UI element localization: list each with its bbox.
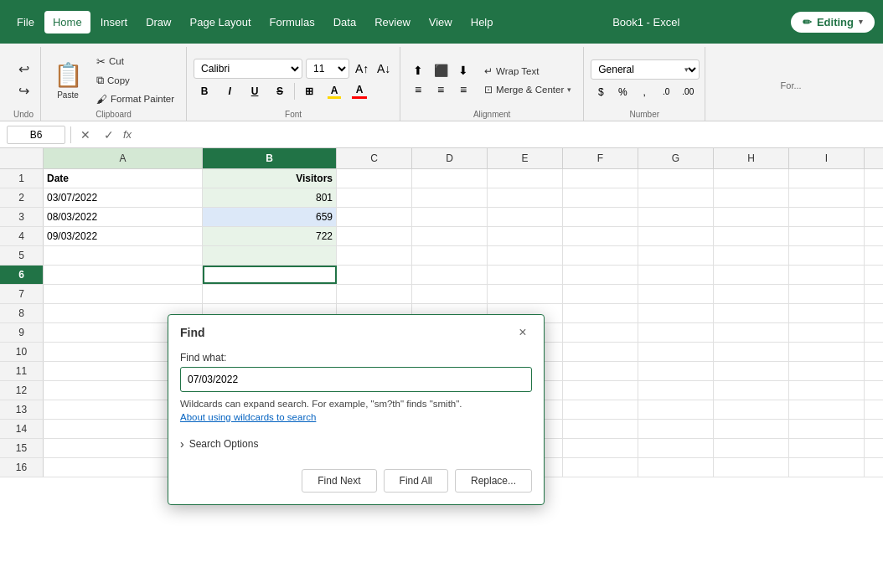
col-header-f[interactable]: F [563, 148, 638, 168]
font-family-select[interactable]: Calibri [194, 59, 302, 79]
row-header-9[interactable]: 9 [0, 323, 44, 342]
cell-i1[interactable] [789, 169, 865, 188]
formula-input[interactable] [137, 126, 876, 144]
col-header-d[interactable]: D [412, 148, 488, 168]
find-what-input[interactable] [180, 367, 532, 392]
decrease-font-size-button[interactable]: A↓ [374, 59, 393, 78]
bold-button[interactable]: B [194, 81, 215, 101]
row-header-16[interactable]: 16 [0, 458, 44, 477]
cell-b2[interactable]: 801 [203, 188, 337, 207]
merge-center-button[interactable]: ⊡ Merge & Center ▾ [479, 81, 576, 98]
cell-e4[interactable] [488, 227, 563, 245]
dollar-format-button[interactable]: $ [591, 83, 611, 101]
borders-button[interactable]: ⊞ [298, 81, 320, 101]
align-bottom-button[interactable]: ⬇ [452, 61, 474, 80]
row-header-4[interactable]: 4 [0, 227, 44, 245]
cell-g6[interactable] [638, 266, 714, 284]
cell-h4[interactable] [714, 227, 789, 245]
menu-home[interactable]: Home [44, 11, 90, 34]
number-format-select[interactable]: General [591, 59, 700, 80]
row-header-7[interactable]: 7 [0, 285, 44, 303]
row-header-3[interactable]: 3 [0, 208, 44, 226]
cell-g4[interactable] [638, 227, 714, 245]
cell-f3[interactable] [563, 208, 638, 226]
menu-file[interactable]: File [8, 11, 43, 34]
menu-page-layout[interactable]: Page Layout [182, 11, 260, 34]
row-header-8[interactable]: 8 [0, 304, 44, 322]
col-header-e[interactable]: E [488, 148, 563, 168]
strikethrough-button[interactable]: S [269, 81, 291, 101]
increase-font-size-button[interactable]: A↑ [353, 59, 371, 78]
row-header-5[interactable]: 5 [0, 246, 44, 265]
row-header-12[interactable]: 12 [0, 381, 44, 400]
menu-data[interactable]: Data [325, 11, 364, 34]
cell-d1[interactable] [412, 169, 488, 188]
cell-a2[interactable]: 03/07/2022 [44, 188, 203, 207]
menu-help[interactable]: Help [462, 11, 502, 34]
cell-d5[interactable] [412, 246, 488, 265]
cancel-formula-button[interactable]: ✕ [76, 126, 95, 144]
cell-g1[interactable] [638, 169, 714, 188]
cell-d6[interactable] [412, 266, 488, 284]
col-header-b[interactable]: B [203, 148, 337, 168]
dialog-close-button[interactable]: × [514, 323, 532, 342]
col-header-a[interactable]: A [44, 148, 203, 168]
cell-g3[interactable] [638, 208, 714, 226]
cell-f6[interactable] [563, 266, 638, 284]
replace-button[interactable]: Replace... [455, 469, 532, 493]
cell-i3[interactable] [789, 208, 865, 226]
cell-c6[interactable] [337, 266, 412, 284]
cell-e2[interactable] [488, 188, 563, 207]
wildcard-link[interactable]: About using wildcards to search [180, 412, 532, 422]
comma-format-button[interactable]: , [634, 83, 654, 101]
redo-button[interactable]: ↪ [12, 81, 35, 101]
font-size-select[interactable]: 11 [306, 59, 349, 79]
editing-badge[interactable]: ✏ Editing ▾ [791, 12, 875, 33]
col-header-c[interactable]: C [337, 148, 412, 168]
cell-e1[interactable] [488, 169, 563, 188]
align-middle-button[interactable]: ⬛ [430, 61, 452, 80]
cell-c3[interactable] [337, 208, 412, 226]
cell-c5[interactable] [337, 246, 412, 265]
cell-h5[interactable] [714, 246, 789, 265]
row-header-6[interactable]: 6 [0, 266, 44, 284]
percent-format-button[interactable]: % [612, 83, 633, 101]
menu-draw[interactable]: Draw [137, 11, 179, 34]
cell-c1[interactable] [337, 169, 412, 188]
cell-e6[interactable] [488, 266, 563, 284]
confirm-formula-button[interactable]: ✓ [100, 126, 118, 144]
cell-b3[interactable]: 659 [203, 208, 337, 226]
cell-a4[interactable]: 09/03/2022 [44, 227, 203, 245]
copy-button[interactable]: ⧉ Copy [91, 71, 179, 90]
undo-button[interactable]: ↩ [12, 59, 35, 80]
paste-button[interactable]: 📋 Paste [48, 54, 88, 106]
cell-e5[interactable] [488, 246, 563, 265]
cell-a5[interactable] [44, 246, 203, 265]
cell-d4[interactable] [412, 227, 488, 245]
increase-decimal-button[interactable]: .00 [678, 83, 698, 101]
cell-b4[interactable]: 722 [203, 227, 337, 245]
cell-i6[interactable] [789, 266, 865, 284]
cell-b7[interactable] [203, 285, 337, 303]
row-header-1[interactable]: 1 [0, 169, 44, 188]
cell-f1[interactable] [563, 169, 638, 188]
find-all-button[interactable]: Find All [384, 469, 448, 493]
font-color-button[interactable]: A [349, 81, 370, 101]
menu-view[interactable]: View [421, 11, 461, 34]
cell-i4[interactable] [789, 227, 865, 245]
row-header-15[interactable]: 15 [0, 439, 44, 457]
cell-f4[interactable] [563, 227, 638, 245]
cell-i2[interactable] [789, 188, 865, 207]
row-header-2[interactable]: 2 [0, 188, 44, 207]
cell-a7[interactable] [44, 285, 203, 303]
format-painter-button[interactable]: 🖌 Format Painter [91, 90, 179, 108]
wrap-text-button[interactable]: ↵ Wrap Text [479, 63, 576, 80]
row-header-10[interactable]: 10 [0, 343, 44, 361]
cell-d2[interactable] [412, 188, 488, 207]
cell-h1[interactable] [714, 169, 789, 188]
menu-insert[interactable]: Insert [92, 11, 137, 34]
cell-reference-input[interactable] [7, 126, 65, 144]
cell-b6[interactable] [203, 266, 337, 284]
decrease-decimal-button[interactable]: .0 [656, 83, 676, 101]
col-header-i[interactable]: I [789, 148, 865, 168]
